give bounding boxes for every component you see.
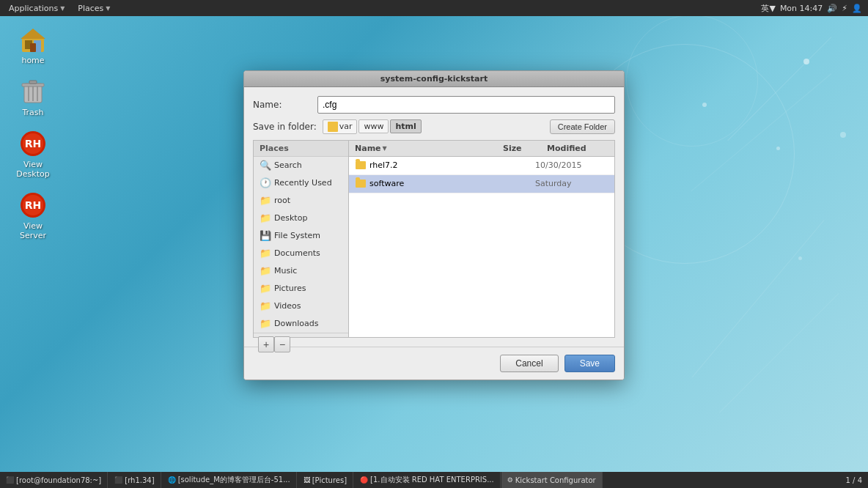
column-size-label: Size: [503, 144, 522, 153]
places-documents[interactable]: 📁 Documents: [254, 245, 348, 262]
places-desktop[interactable]: 📁 Desktop: [254, 210, 348, 227]
breadcrumb-www[interactable]: www: [358, 119, 389, 133]
applications-label: Applications: [9, 4, 58, 13]
dialog-body: Name: Save in folder: var www html: [244, 87, 624, 347]
taskbar-browser-text: [solitude_M的博客管理后台-51...: [178, 475, 290, 485]
file-modified-rhel72: 10/30/2015: [535, 160, 608, 170]
user-icon[interactable]: 👤: [852, 4, 862, 13]
name-row: Name:: [253, 96, 615, 114]
places-pictures-label: Pictures: [274, 284, 306, 293]
places-root[interactable]: 📁 root: [254, 192, 348, 210]
save-button[interactable]: Save: [564, 355, 615, 372]
taskbar-terminal1-label: ⬛: [6, 476, 14, 484]
sort-indicator: ▼: [383, 145, 387, 152]
language-indicator[interactable]: 英▼: [761, 3, 775, 14]
places-videos[interactable]: 📁 Videos: [254, 297, 348, 315]
places-controls: + −: [254, 333, 348, 355]
taskbar-terminal1[interactable]: ⬛ [root@foundation78:~]: [0, 472, 108, 488]
taskbar-kickstart[interactable]: ⚙ Kickstart Configurator: [501, 472, 603, 488]
page-indicator: 1 / 4: [846, 476, 862, 484]
folder-path: var www html: [323, 119, 544, 134]
breadcrumb-html-label: html: [395, 122, 416, 131]
file-row-rhel72[interactable]: rhel7.2 10/30/2015: [349, 157, 614, 175]
column-name[interactable]: Name ▼: [349, 141, 497, 156]
file-label-software: software: [369, 179, 404, 188]
places-panel: Places 🔍 Search 🕐 Recently Used 📁 root: [254, 141, 349, 337]
taskbar-terminal2[interactable]: ⬛ [rh1.34]: [108, 472, 161, 488]
videos-icon: 📁: [260, 300, 271, 312]
files-list: rhel7.2 10/30/2015 software: [349, 157, 614, 337]
taskbar-kickstart-text: Kickstart Configurator: [515, 476, 596, 484]
breadcrumb-var[interactable]: var: [323, 119, 358, 134]
volume-icon[interactable]: 🔊: [827, 4, 837, 13]
places-recently-used[interactable]: 🕐 Recently Used: [254, 174, 348, 192]
places-filesystem[interactable]: 💾 File System: [254, 227, 348, 245]
file-row-software[interactable]: software Saturday: [349, 175, 614, 193]
downloads-icon: 📁: [260, 318, 271, 330]
column-modified-label: Modified: [547, 144, 586, 153]
files-header: Name ▼ Size Modified: [349, 141, 614, 157]
applications-menu[interactable]: Applications ▼: [3, 2, 70, 15]
places-recently-used-label: Recently Used: [274, 178, 332, 188]
places-music-label: Music: [274, 266, 297, 276]
taskbar-redhat-text: [1.自动安装 RED HAT ENTERPRIS...: [370, 475, 494, 485]
places-menu[interactable]: Places ▼: [72, 2, 116, 15]
name-label: Name:: [253, 100, 312, 110]
taskbar-redhat-icon: 🔴: [360, 476, 368, 484]
places-remove-button[interactable]: −: [274, 336, 290, 352]
taskbar-bottom: ⬛ [root@foundation78:~] ⬛ [rh1.34] 🌐 [so…: [0, 472, 868, 488]
search-icon: 🔍: [260, 160, 271, 171]
clock: Mon 14:47: [780, 4, 823, 13]
taskbar-redhat-installer[interactable]: 🔴 [1.自动安装 RED HAT ENTERPRIS...: [354, 472, 501, 488]
places-music[interactable]: 📁 Music: [254, 262, 348, 280]
power-icon[interactable]: ⚡: [842, 4, 847, 13]
places-pictures[interactable]: 📁 Pictures: [254, 280, 348, 297]
places-filesystem-label: File System: [274, 231, 320, 240]
taskbar-terminal1-text: [root@foundation78:~]: [16, 476, 101, 484]
desktop-folder-icon: 📁: [260, 212, 271, 224]
files-panel: Name ▼ Size Modified: [349, 141, 614, 337]
folder-icon-software: [355, 178, 367, 190]
file-modified-software: Saturday: [535, 179, 608, 188]
places-arrow: ▼: [106, 5, 110, 12]
breadcrumb-var-label: var: [339, 122, 353, 131]
places-header: Places: [254, 141, 348, 157]
places-downloads-label: Downloads: [274, 319, 318, 328]
taskbar-top: Applications ▼ Places ▼ 英▼ Mon 14:47 🔊 ⚡…: [0, 0, 868, 16]
places-downloads[interactable]: 📁 Downloads: [254, 315, 348, 333]
file-name-rhel72: rhel7.2: [355, 160, 491, 171]
places-documents-label: Documents: [274, 248, 320, 258]
save-in-label: Save in folder:: [253, 122, 317, 132]
file-name-software: software: [355, 178, 491, 190]
create-folder-button[interactable]: Create Folder: [550, 119, 615, 134]
dialog-overlay: system-config-kickstart Name: Save in fo…: [0, 0, 868, 472]
breadcrumb-html[interactable]: html: [390, 119, 421, 133]
places-root-label: root: [274, 196, 290, 205]
places-add-button[interactable]: +: [258, 336, 274, 352]
places-search[interactable]: 🔍 Search: [254, 157, 348, 174]
column-modified[interactable]: Modified: [541, 141, 614, 156]
taskbar-pictures[interactable]: 🖼 [Pictures]: [298, 472, 353, 488]
breadcrumb-www-label: www: [364, 122, 383, 131]
places-videos-label: Videos: [274, 301, 301, 311]
taskbar-pictures-text: [Pictures]: [312, 476, 347, 484]
column-size[interactable]: Size: [497, 141, 541, 156]
music-icon: 📁: [260, 265, 271, 277]
taskbar-page-info: 1 / 4: [846, 476, 868, 484]
places-desktop-label: Desktop: [274, 213, 307, 223]
recently-used-icon: 🕐: [260, 177, 271, 189]
filename-input[interactable]: [317, 96, 615, 114]
places-label: Places: [78, 4, 103, 13]
root-folder-icon: 📁: [260, 195, 271, 207]
cancel-button[interactable]: Cancel: [500, 355, 558, 372]
save-dialog: system-config-kickstart Name: Save in fo…: [243, 70, 625, 380]
taskbar-pictures-icon: 🖼: [304, 476, 310, 484]
taskbar-terminal2-icon: ⬛: [114, 476, 122, 484]
taskbar-terminal2-text: [rh1.34]: [125, 476, 154, 484]
taskbar-browser-icon: 🌐: [168, 476, 176, 484]
applications-arrow: ▼: [60, 5, 65, 12]
file-browser: Places 🔍 Search 🕐 Recently Used 📁 root: [253, 140, 615, 338]
top-menu-right: 英▼ Mon 14:47 🔊 ⚡ 👤: [761, 3, 868, 14]
dialog-titlebar: system-config-kickstart: [244, 71, 624, 87]
taskbar-browser[interactable]: 🌐 [solitude_M的博客管理后台-51...: [162, 472, 297, 488]
